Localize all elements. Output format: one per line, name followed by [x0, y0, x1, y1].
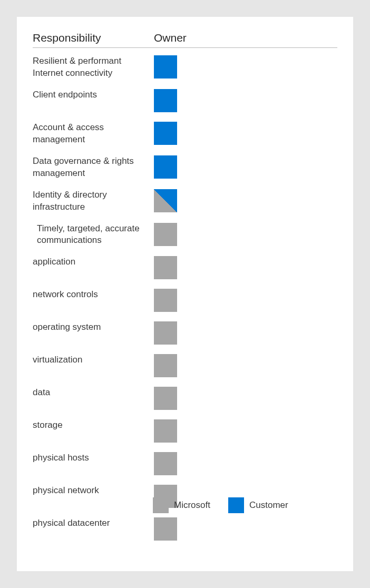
owner-swatch-icon	[154, 256, 177, 279]
row-label: Account & access management	[33, 122, 154, 146]
row-label: application	[33, 256, 154, 268]
owner-swatch-icon	[154, 122, 177, 145]
table-row: Identity & directory infrastructure	[33, 189, 337, 213]
owner-swatch-icon	[154, 321, 177, 345]
row-label: physical datacenter	[33, 517, 154, 530]
owner-swatch-icon	[154, 55, 177, 79]
owner-swatch-icon	[154, 189, 177, 212]
row-label: physical network	[33, 485, 154, 497]
legend: Microsoft Customer	[153, 497, 288, 513]
owner-swatch-icon	[154, 517, 177, 541]
table-row: physical datacenter	[33, 517, 337, 541]
table-row: Client endpoints	[33, 89, 337, 112]
row-label: Identity & directory infrastructure	[33, 189, 154, 213]
row-label: network controls	[33, 289, 154, 301]
table-row: data	[33, 387, 337, 410]
table-row: Data governance & rights management	[33, 155, 337, 180]
chart-card: Responsibility Owner Resilient & perform…	[17, 17, 353, 571]
row-label: Client endpoints	[33, 89, 154, 101]
row-label: virtualization	[33, 354, 154, 366]
table-row: Resilient & performant Internet connecti…	[33, 55, 337, 80]
table-row: physical hosts	[33, 452, 337, 475]
owner-swatch-icon	[154, 354, 177, 377]
owner-swatch-icon	[154, 155, 177, 179]
header-owner: Owner	[154, 32, 187, 44]
column-headers: Responsibility Owner	[33, 32, 337, 48]
table-row: virtualization	[33, 354, 337, 377]
legend-swatch-microsoft-icon	[153, 497, 169, 513]
row-label: Data governance & rights management	[33, 155, 154, 180]
owner-swatch-icon	[154, 387, 177, 410]
row-label: operating system	[33, 321, 154, 334]
owner-swatch-icon	[154, 419, 177, 443]
row-label: data	[33, 387, 154, 399]
rows-container: Resilient & performant Internet connecti…	[33, 55, 337, 541]
legend-label-customer: Customer	[249, 500, 288, 511]
row-label: storage	[33, 419, 154, 432]
owner-swatch-icon	[154, 452, 177, 475]
legend-item-customer: Customer	[228, 497, 288, 513]
header-responsibility: Responsibility	[33, 32, 154, 44]
table-row: operating system	[33, 321, 337, 345]
table-row: Account & access management	[33, 122, 337, 146]
legend-label-microsoft: Microsoft	[174, 500, 210, 511]
row-label: Timely, targeted, accurate communication…	[33, 223, 154, 247]
row-label: physical hosts	[33, 452, 154, 464]
legend-swatch-customer-icon	[228, 497, 244, 513]
owner-swatch-icon	[154, 223, 177, 246]
table-row: network controls	[33, 289, 337, 312]
table-row: Timely, targeted, accurate communication…	[33, 223, 337, 247]
row-label: Resilient & performant Internet connecti…	[33, 55, 154, 80]
table-row: application	[33, 256, 337, 279]
legend-item-microsoft: Microsoft	[153, 497, 210, 513]
owner-swatch-icon	[154, 89, 177, 112]
owner-swatch-icon	[154, 289, 177, 312]
table-row: storage	[33, 419, 337, 443]
